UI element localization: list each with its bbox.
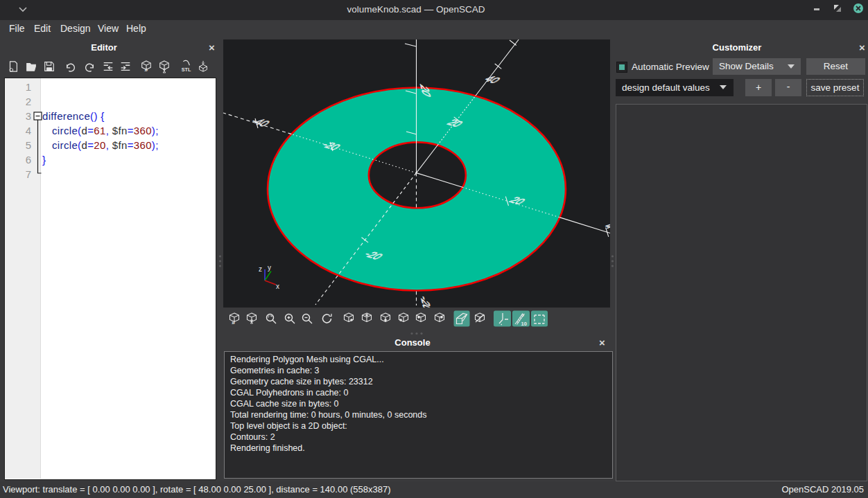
svg-text:6: 6 [26,154,31,166]
svg-text:3: 3 [26,110,31,122]
svg-text:4: 4 [26,125,31,136]
svg-text:1: 1 [26,81,31,93]
svg-text:»: » [144,66,148,73]
svg-text:y: y [268,264,271,272]
svg-text:2: 2 [26,96,31,107]
svg-text:7: 7 [26,168,31,180]
svg-text:}: } [42,154,46,166]
svg-text:5: 5 [26,139,31,151]
svg-text:z: z [259,265,262,273]
svg-text:STL: STL [182,66,191,73]
svg-text:x: x [276,283,279,290]
svg-text:»: » [232,319,235,326]
svg-text:circle(d=61, $fn=360);: circle(d=61, $fn=360); [52,125,159,136]
svg-text:difference() {: difference() { [42,110,105,122]
svg-text:circle(d=20, $fn=360);: circle(d=20, $fn=360); [52,139,159,151]
svg-text:10: 10 [521,321,527,327]
